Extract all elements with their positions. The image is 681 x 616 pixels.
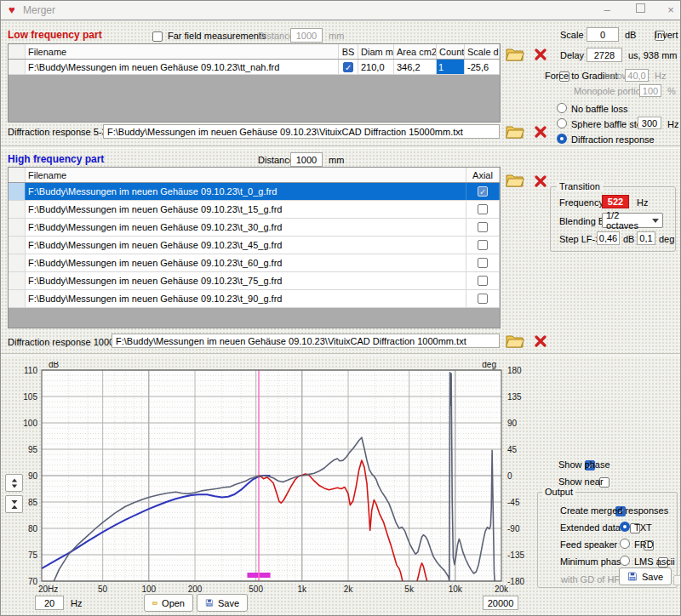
axial-checkbox[interactable] <box>478 186 488 197</box>
fmin-input[interactable] <box>35 596 64 610</box>
lf-delete-icon[interactable] <box>533 48 548 61</box>
lf-diffraction-open-folder-icon[interactable] <box>505 123 525 140</box>
row-header[interactable] <box>9 254 26 271</box>
hf-filename-cell[interactable]: F:\Buddy\Messungen im neuen Gehäuse 09.1… <box>26 201 466 218</box>
output-save-button[interactable]: Save <box>619 568 672 585</box>
lf-distance-input[interactable] <box>290 28 323 43</box>
axial-checkbox[interactable] <box>478 204 488 214</box>
hf-table-row[interactable]: F:\Buddy\Messungen im neuen Gehäuse 09.1… <box>9 290 500 308</box>
hf-axial-cell[interactable] <box>466 237 500 254</box>
hf-diffraction-delete-icon[interactable] <box>533 334 548 348</box>
fmax-input[interactable] <box>483 596 518 610</box>
svg-text:-135: -135 <box>507 550 524 560</box>
y-scale-expand-button[interactable] <box>5 474 23 492</box>
axial-checkbox[interactable] <box>478 240 488 250</box>
hf-table-row[interactable]: F:\Buddy\Messungen im neuen Gehäuse 09.1… <box>9 272 500 290</box>
row-header[interactable] <box>9 290 26 307</box>
lms-ascii-radio[interactable] <box>620 556 630 566</box>
hf-table-row[interactable]: F:\Buddy\Messungen im neuen Gehäuse 09.1… <box>9 183 500 201</box>
bottom-save-button[interactable]: Save <box>197 594 248 612</box>
hf-open-folder-icon[interactable] <box>505 171 525 188</box>
hf-filename-cell[interactable]: F:\Buddy\Messungen im neuen Gehäuse 09.1… <box>26 219 466 236</box>
diffraction-response-radio[interactable] <box>557 134 567 144</box>
hf-delete-icon[interactable] <box>533 174 548 188</box>
frd-radio[interactable] <box>620 539 630 549</box>
lf-col-diam[interactable]: Diam mm <box>358 44 394 59</box>
hf-axial-cell[interactable] <box>466 272 500 289</box>
step-db-input[interactable] <box>597 231 620 245</box>
hf-axial-cell[interactable] <box>466 201 500 218</box>
lf-col-count[interactable]: Count <box>437 44 465 59</box>
axial-checkbox[interactable] <box>478 294 488 304</box>
lf-diffraction-path-input[interactable] <box>103 124 500 139</box>
feed-speaker-label: Feed speaker <box>560 539 617 550</box>
lf-count-cell[interactable]: 1 <box>437 60 465 74</box>
svg-text:deg: deg <box>482 362 496 369</box>
row-header[interactable] <box>9 272 26 289</box>
lf-diam-cell[interactable]: 210,0 <box>358 60 394 74</box>
hf-diffraction-path-input[interactable] <box>112 334 500 348</box>
axial-checkbox[interactable] <box>478 276 488 286</box>
minimize-button[interactable]: – <box>596 3 618 17</box>
hf-col-axial[interactable]: Axial <box>466 168 500 182</box>
lf-diffraction-delete-icon[interactable] <box>533 125 548 139</box>
hf-diffraction-open-folder-icon[interactable] <box>505 332 525 349</box>
sphere-baffle-radio[interactable] <box>557 118 567 128</box>
axial-checkbox[interactable] <box>478 258 488 268</box>
sphere-step-input[interactable] <box>638 117 661 129</box>
response-chart[interactable]: 11010510095908580757018013590450-45-90-1… <box>21 362 527 596</box>
blending-bw-value: 1/2 octaves <box>606 210 652 231</box>
farfield-checkbox[interactable] <box>152 31 163 42</box>
hf-table-row[interactable]: F:\Buddy\Messungen im neuen Gehäuse 09.1… <box>9 201 500 219</box>
blending-bw-dropdown[interactable]: 1/2 octaves <box>602 213 663 228</box>
maximize-button[interactable] <box>629 1 651 14</box>
step-deg-input[interactable] <box>637 231 655 245</box>
lf-bs-cell[interactable] <box>339 60 358 74</box>
monopole-label: Monopole portion <box>574 86 646 97</box>
no-baffle-loss-radio[interactable] <box>557 103 567 113</box>
hf-distance-input[interactable] <box>290 152 323 167</box>
lf-col-bs[interactable]: BS <box>339 44 358 59</box>
svg-text:85: 85 <box>28 498 38 507</box>
open-button[interactable]: Open <box>144 594 193 612</box>
hf-axial-cell[interactable] <box>466 290 500 307</box>
lf-table-row[interactable]: F:\Buddy\Messungen im neuen Gehäuse 09.1… <box>9 60 500 75</box>
lf-scale-cell[interactable]: -25,6 <box>465 60 500 74</box>
lf-col-area[interactable]: Area cm2 <box>394 44 437 59</box>
row-header[interactable] <box>9 183 26 200</box>
hf-axial-cell[interactable] <box>466 254 500 271</box>
hf-axial-cell[interactable] <box>466 219 500 236</box>
frd-label: FRD <box>634 539 654 550</box>
hf-col-filename[interactable]: Filename <box>26 168 466 182</box>
lf-col-scale[interactable]: Scale dB <box>465 44 500 59</box>
hf-filename-cell[interactable]: F:\Buddy\Messungen im neuen Gehäuse 09.1… <box>26 183 466 200</box>
txt-radio[interactable] <box>620 522 630 532</box>
below-input[interactable] <box>625 69 649 82</box>
gd-of-hf-checkbox[interactable] <box>673 575 681 585</box>
bs-checkbox[interactable] <box>343 62 353 72</box>
lf-open-folder-icon[interactable] <box>505 45 525 62</box>
lf-area-cell[interactable]: 346,2 <box>394 60 437 74</box>
close-button[interactable]: × <box>660 3 681 17</box>
hf-table-row[interactable]: F:\Buddy\Messungen im neuen Gehäuse 09.1… <box>9 254 500 272</box>
row-header[interactable] <box>9 60 26 74</box>
row-header[interactable] <box>9 201 26 218</box>
lf-filename-cell[interactable]: F:\Buddy\Messungen im neuen Gehäuse 09.1… <box>26 60 339 74</box>
delay-input[interactable] <box>587 48 622 62</box>
fmin-unit: Hz <box>71 598 82 609</box>
hf-table-row[interactable]: F:\Buddy\Messungen im neuen Gehäuse 09.1… <box>9 219 500 237</box>
monopole-input[interactable] <box>639 84 661 97</box>
scale-input[interactable] <box>587 27 619 42</box>
hf-filename-cell[interactable]: F:\Buddy\Messungen im neuen Gehäuse 09.1… <box>26 237 466 254</box>
hf-filename-cell[interactable]: F:\Buddy\Messungen im neuen Gehäuse 09.1… <box>26 272 466 289</box>
axial-checkbox[interactable] <box>478 222 488 232</box>
hf-filename-cell[interactable]: F:\Buddy\Messungen im neuen Gehäuse 09.1… <box>26 290 466 307</box>
row-header[interactable] <box>9 237 26 254</box>
hf-table-row[interactable]: F:\Buddy\Messungen im neuen Gehäuse 09.1… <box>9 237 500 254</box>
row-header[interactable] <box>9 219 26 236</box>
hf-axial-cell[interactable] <box>466 183 500 200</box>
hf-filename-cell[interactable]: F:\Buddy\Messungen im neuen Gehäuse 09.1… <box>26 254 466 271</box>
lf-col-filename[interactable]: Filename <box>26 44 339 59</box>
transition-frequency-input[interactable] <box>602 195 629 208</box>
y-scale-compress-button[interactable] <box>5 495 23 513</box>
